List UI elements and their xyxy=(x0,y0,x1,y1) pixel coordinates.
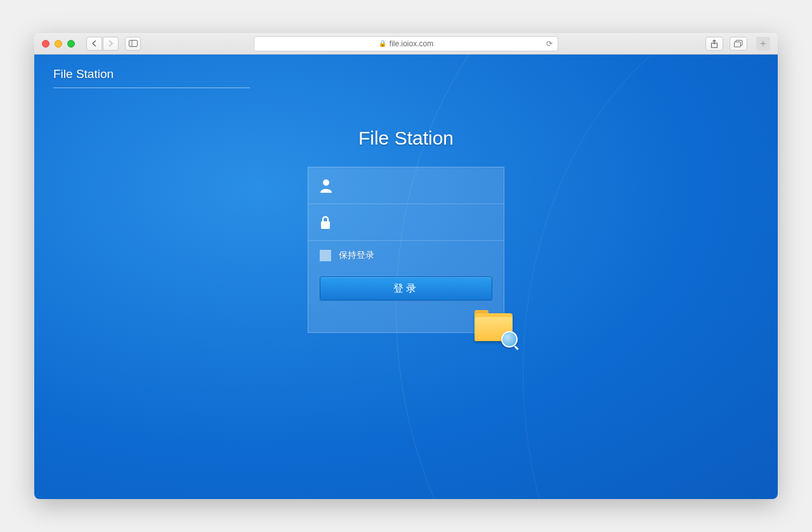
login-button[interactable]: 登录 xyxy=(320,276,492,301)
login-box: 保持登录 登录 xyxy=(308,167,504,333)
svg-rect-6 xyxy=(321,221,330,229)
remember-label: 保持登录 xyxy=(339,250,374,261)
close-window-button[interactable] xyxy=(42,40,49,48)
svg-rect-0 xyxy=(129,41,137,47)
back-button[interactable] xyxy=(86,37,102,51)
password-input[interactable] xyxy=(340,217,492,228)
remember-row: 保持登录 xyxy=(308,241,504,270)
remember-checkbox[interactable] xyxy=(320,250,331,261)
minimize-window-button[interactable] xyxy=(55,40,62,48)
lock-icon xyxy=(320,216,331,230)
url-text: file.ioiox.com xyxy=(390,39,433,48)
user-icon xyxy=(320,179,332,193)
lock-icon: 🔒 xyxy=(379,40,386,47)
login-area: File Station xyxy=(308,127,504,333)
svg-point-5 xyxy=(323,179,329,186)
window-controls xyxy=(42,40,75,48)
share-button[interactable] xyxy=(705,37,723,51)
username-input[interactable] xyxy=(341,180,492,191)
folder-search-icon xyxy=(475,313,515,345)
login-title: File Station xyxy=(308,127,504,149)
brand-title: File Station xyxy=(53,67,250,88)
maximize-window-button[interactable] xyxy=(67,40,75,48)
browser-window: 🔒 file.ioiox.com ⟳ + File Station File S… xyxy=(34,33,778,499)
svg-rect-4 xyxy=(735,42,741,47)
username-row xyxy=(308,167,504,204)
tabs-button[interactable] xyxy=(730,37,747,51)
toolbar-right: + xyxy=(705,37,770,51)
password-row xyxy=(308,204,504,241)
new-tab-button[interactable]: + xyxy=(756,37,770,51)
nav-buttons xyxy=(86,37,119,51)
page-content: File Station File Station xyxy=(34,55,778,499)
browser-toolbar: 🔒 file.ioiox.com ⟳ + xyxy=(34,33,778,55)
sidebar-toggle-button[interactable] xyxy=(125,37,141,51)
reload-button[interactable]: ⟳ xyxy=(546,39,553,48)
address-bar[interactable]: 🔒 file.ioiox.com ⟳ xyxy=(254,36,558,51)
forward-button[interactable] xyxy=(103,37,119,51)
